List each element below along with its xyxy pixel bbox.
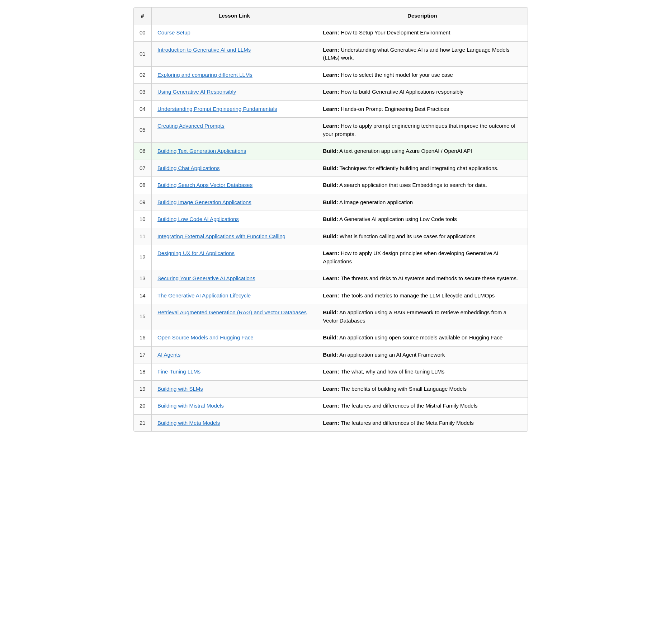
cell-description: Learn: Understanding what Generative AI … xyxy=(317,41,528,66)
cell-description: Learn: The threats and risks to AI syste… xyxy=(317,270,528,287)
cell-link[interactable]: Understanding Prompt Engineering Fundame… xyxy=(152,100,317,118)
table-row: 02Exploring and comparing different LLMs… xyxy=(134,66,528,84)
cell-num: 01 xyxy=(134,41,152,66)
description-label: Learn: xyxy=(323,275,339,281)
description-label: Learn: xyxy=(323,403,339,409)
lesson-link[interactable]: Designing UX for AI Applications xyxy=(157,250,235,256)
lesson-link[interactable]: Building with SLMs xyxy=(157,386,203,392)
table-row: 04Understanding Prompt Engineering Funda… xyxy=(134,100,528,118)
lesson-link[interactable]: Exploring and comparing different LLMs xyxy=(157,72,252,78)
lesson-link[interactable]: Building Chat Applications xyxy=(157,165,219,171)
cell-num: 06 xyxy=(134,143,152,160)
cell-description: Learn: The features and differences of t… xyxy=(317,398,528,415)
lesson-link[interactable]: Building Image Generation Applications xyxy=(157,199,251,205)
cell-description: Learn: The features and differences of t… xyxy=(317,414,528,431)
description-text: An application using a RAG Framework to … xyxy=(323,309,506,324)
description-label: Learn: xyxy=(323,386,339,392)
cell-num: 12 xyxy=(134,245,152,270)
cell-link[interactable]: Building Chat Applications xyxy=(152,160,317,177)
cell-link[interactable]: Course Setup xyxy=(152,24,317,41)
cell-description: Learn: How to build Generative AI Applic… xyxy=(317,84,528,101)
description-text: The threats and risks to AI systems and … xyxy=(339,275,518,281)
description-text: A image generation application xyxy=(338,199,413,205)
cell-link[interactable]: Building Search Apps Vector Databases xyxy=(152,177,317,194)
cell-link[interactable]: Securing Your Generative AI Applications xyxy=(152,270,317,287)
table-row: 07Building Chat ApplicationsBuild: Techn… xyxy=(134,160,528,177)
table-row: 03Using Generative AI ResponsiblyLearn: … xyxy=(134,84,528,101)
description-text: Hands-on Prompt Engineering Best Practic… xyxy=(339,106,449,112)
cell-num: 11 xyxy=(134,228,152,245)
description-text: How to build Generative AI Applications … xyxy=(339,89,463,95)
description-text: How to Setup Your Development Environmen… xyxy=(339,29,450,36)
description-text: The tools and metrics to manage the LLM … xyxy=(339,292,495,299)
cell-link[interactable]: Building Image Generation Applications xyxy=(152,194,317,211)
cell-link[interactable]: Open Source Models and Hugging Face xyxy=(152,329,317,347)
cell-num: 18 xyxy=(134,363,152,381)
cell-description: Learn: The what, why and how of fine-tun… xyxy=(317,363,528,381)
description-label: Build: xyxy=(323,334,338,340)
table-row: 19Building with SLMsLearn: The benefits … xyxy=(134,380,528,398)
lesson-link[interactable]: Building with Meta Models xyxy=(157,420,220,426)
cell-description: Build: An application using a RAG Framew… xyxy=(317,304,528,329)
cell-link[interactable]: Creating Advanced Prompts xyxy=(152,118,317,143)
description-label: Learn: xyxy=(323,250,339,256)
table-row: 05Creating Advanced PromptsLearn: How to… xyxy=(134,118,528,143)
cell-num: 21 xyxy=(134,414,152,431)
cell-link[interactable]: Building Text Generation Applications xyxy=(152,143,317,160)
cell-link[interactable]: Exploring and comparing different LLMs xyxy=(152,66,317,84)
description-text: An application using an AI Agent Framewo… xyxy=(338,352,445,358)
cell-num: 09 xyxy=(134,194,152,211)
lesson-link[interactable]: Integrating External Applications with F… xyxy=(157,233,285,239)
description-label: Learn: xyxy=(323,72,339,78)
lessons-table: # Lesson Link Description 00Course Setup… xyxy=(134,8,528,431)
col-header-desc: Description xyxy=(317,8,528,24)
cell-link[interactable]: Retrieval Augmented Generation (RAG) and… xyxy=(152,304,317,329)
cell-link[interactable]: Integrating External Applications with F… xyxy=(152,228,317,245)
description-label: Build: xyxy=(323,309,338,315)
description-text: How to select the right model for your u… xyxy=(339,72,453,78)
cell-link[interactable]: Building with SLMs xyxy=(152,380,317,398)
cell-description: Learn: How to Setup Your Development Env… xyxy=(317,24,528,41)
lesson-link[interactable]: AI Agents xyxy=(157,352,180,358)
lesson-link[interactable]: Securing Your Generative AI Applications xyxy=(157,275,255,281)
cell-link[interactable]: Building with Meta Models xyxy=(152,414,317,431)
table-row: 21Building with Meta ModelsLearn: The fe… xyxy=(134,414,528,431)
cell-link[interactable]: Fine-Tuning LLMs xyxy=(152,363,317,381)
lesson-link[interactable]: Retrieval Augmented Generation (RAG) and… xyxy=(157,309,307,315)
cell-link[interactable]: Building Low Code AI Applications xyxy=(152,211,317,228)
cell-description: Build: An application using an AI Agent … xyxy=(317,346,528,363)
lesson-link[interactable]: Fine-Tuning LLMs xyxy=(157,368,200,375)
lesson-link[interactable]: Building Search Apps Vector Databases xyxy=(157,182,252,188)
description-label: Build: xyxy=(323,352,338,358)
lesson-link[interactable]: Building Text Generation Applications xyxy=(157,148,246,154)
lesson-link[interactable]: Understanding Prompt Engineering Fundame… xyxy=(157,106,277,112)
description-label: Build: xyxy=(323,165,338,171)
lesson-link[interactable]: Building Low Code AI Applications xyxy=(157,216,239,222)
lesson-link[interactable]: Creating Advanced Prompts xyxy=(157,123,225,129)
lesson-link[interactable]: The Generative AI Application Lifecycle xyxy=(157,292,251,299)
lesson-link[interactable]: Using Generative AI Responsibly xyxy=(157,89,236,95)
cell-description: Build: A text generation app using Azure… xyxy=(317,143,528,160)
table-row: 17AI AgentsBuild: An application using a… xyxy=(134,346,528,363)
cell-num: 02 xyxy=(134,66,152,84)
cell-link[interactable]: Building with Mistral Models xyxy=(152,398,317,415)
cell-link[interactable]: The Generative AI Application Lifecycle xyxy=(152,287,317,304)
lesson-link[interactable]: Open Source Models and Hugging Face xyxy=(157,334,254,340)
lesson-link[interactable]: Course Setup xyxy=(157,29,190,36)
lesson-link[interactable]: Introduction to Generative AI and LLMs xyxy=(157,47,251,53)
cell-description: Learn: How to apply UX design principles… xyxy=(317,245,528,270)
description-label: Build: xyxy=(323,148,338,154)
description-text: What is function calling and its use cas… xyxy=(338,233,476,239)
lesson-link[interactable]: Building with Mistral Models xyxy=(157,403,224,409)
cell-link[interactable]: Designing UX for AI Applications xyxy=(152,245,317,270)
table-row: 11Integrating External Applications with… xyxy=(134,228,528,245)
cell-link[interactable]: AI Agents xyxy=(152,346,317,363)
table-row: 20Building with Mistral ModelsLearn: The… xyxy=(134,398,528,415)
cell-description: Learn: How to select the right model for… xyxy=(317,66,528,84)
cell-description: Learn: The benefits of building with Sma… xyxy=(317,380,528,398)
description-text: The features and differences of the Mist… xyxy=(339,403,477,409)
cell-link[interactable]: Using Generative AI Responsibly xyxy=(152,84,317,101)
cell-link[interactable]: Introduction to Generative AI and LLMs xyxy=(152,41,317,66)
cell-description: Learn: The tools and metrics to manage t… xyxy=(317,287,528,304)
description-text: Understanding what Generative AI is and … xyxy=(323,47,509,61)
